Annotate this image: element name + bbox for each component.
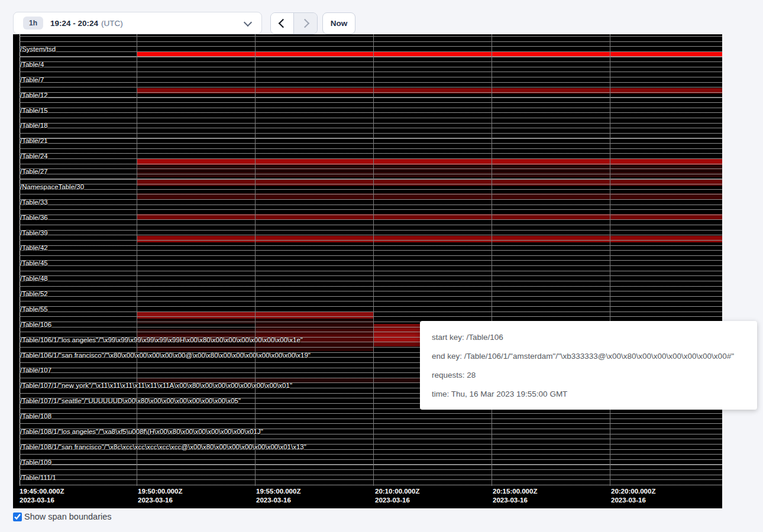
key-visualizer-page: 1h 19:24 - 20:24 (UTC) Now /System/tsd/T…	[0, 0, 763, 532]
time-range-duration-badge: 1h	[23, 17, 43, 30]
row-label: /Table/108/1/"san francisco"/"\x8c\xcc\x…	[20, 443, 306, 451]
heat-band	[137, 88, 722, 93]
heat-band	[137, 171, 722, 177]
heat-band	[373, 324, 427, 329]
time-gridline	[373, 34, 374, 486]
row-label: /Table/21	[20, 137, 48, 145]
row-label: /Table/108/1/"los angeles"/"\xa8\xf5\u00…	[20, 428, 263, 436]
row-label: /Table/109	[20, 459, 51, 466]
time-gridline	[492, 34, 492, 486]
row-label: /Table/4	[20, 61, 44, 69]
row-label: /Table/39	[20, 229, 48, 237]
x-axis-tick: 20:15:00.000Z2023-03-16	[493, 487, 537, 505]
heat-band	[255, 324, 373, 329]
time-gridline	[610, 34, 610, 486]
span-tooltip: start key: /Table/106end key: /Table/106…	[420, 321, 757, 410]
tooltip-line: time: Thu, 16 Mar 2023 19:55:00 GMT	[432, 382, 745, 401]
tooltip-line: start key: /Table/106	[432, 326, 745, 345]
heat-band	[373, 335, 427, 342]
row-label: /Table/108	[20, 413, 51, 420]
chevron-left-icon	[279, 19, 288, 28]
row-label: /Table/18	[20, 122, 48, 129]
x-axis-tick: 20:20:00.000Z2023-03-16	[611, 487, 655, 505]
row-label: /Table/24	[20, 153, 48, 160]
heat-band	[137, 329, 255, 335]
heat-band	[137, 214, 722, 220]
heat-band	[137, 52, 722, 57]
row-label: /Table/45	[20, 259, 48, 267]
heat-band	[137, 236, 722, 242]
heat-band	[137, 180, 722, 186]
heat-band	[373, 342, 427, 346]
row-label: /Table/15	[20, 107, 48, 115]
heat-band	[373, 329, 427, 335]
x-axis-tick: 20:10:00.000Z2023-03-16	[375, 487, 419, 505]
show-span-boundaries-label[interactable]: Show span boundaries	[24, 512, 112, 521]
now-button[interactable]: Now	[322, 12, 355, 34]
chevron-down-icon	[244, 18, 252, 27]
x-axis-tick: 19:50:00.000Z2023-03-16	[138, 487, 182, 505]
row-label: /Table/48	[20, 275, 48, 283]
row-label: /Table/107/1/"seattle"/"UUUUUUD\x00\x80\…	[20, 397, 241, 405]
heat-band	[137, 193, 722, 200]
row-label: /Table/52	[20, 290, 48, 298]
row-label: /Table/106	[20, 321, 51, 329]
span-boundary-lines	[20, 36, 722, 486]
time-nav-group	[270, 12, 318, 34]
heat-band	[137, 166, 722, 171]
key-visualizer-heatmap[interactable]: /System/tsd/Table/4/Table/7/Table/12/Tab…	[13, 34, 722, 508]
prev-time-button[interactable]	[271, 13, 294, 34]
time-range-timezone: (UTC)	[101, 19, 123, 28]
row-label: /Table/7	[20, 76, 44, 84]
row-label: /Table/107/1/"new york"/"\x11\x11\x11\x1…	[20, 382, 292, 390]
row-label: /Table/33	[20, 199, 48, 206]
x-axis-tick: 19:55:00.000Z2023-03-16	[256, 487, 300, 505]
row-label: /Table/111/1	[20, 474, 56, 482]
row-label: /Table/42	[20, 244, 48, 252]
tooltip-line: requests: 28	[432, 364, 745, 382]
row-label: /Table/12	[20, 92, 48, 99]
footer-controls: Show span boundaries	[13, 512, 112, 521]
row-label: /Table/36	[20, 214, 48, 222]
row-label: /System/tsd	[20, 46, 56, 53]
row-label: /Table/107	[20, 366, 51, 374]
show-span-boundaries-checkbox[interactable]	[13, 512, 22, 521]
chevron-right-icon	[300, 19, 309, 28]
heat-band	[255, 329, 373, 335]
row-label: /Table/27	[20, 168, 48, 176]
next-time-button[interactable]	[294, 13, 317, 34]
time-range-label: 19:24 - 20:24	[50, 19, 98, 28]
row-label: /Table/106/1/"los angeles"/"\x99\x99\x99…	[20, 336, 303, 344]
row-label: /Table/106/1/"san francisco"/"\x80\x00\x…	[20, 352, 311, 359]
x-axis-tick: 19:45:00.000Z2023-03-16	[20, 487, 64, 505]
time-range-selector[interactable]: 1h 19:24 - 20:24 (UTC)	[13, 12, 262, 34]
row-label: /NamespaceTable/30	[20, 183, 84, 191]
tooltip-line: end key: /Table/106/1/"amsterdam"/"\xb33…	[432, 345, 745, 364]
time-gridline	[255, 34, 256, 486]
heat-band	[137, 159, 722, 165]
time-gridline	[137, 34, 137, 486]
row-label: /Table/55	[20, 306, 48, 313]
